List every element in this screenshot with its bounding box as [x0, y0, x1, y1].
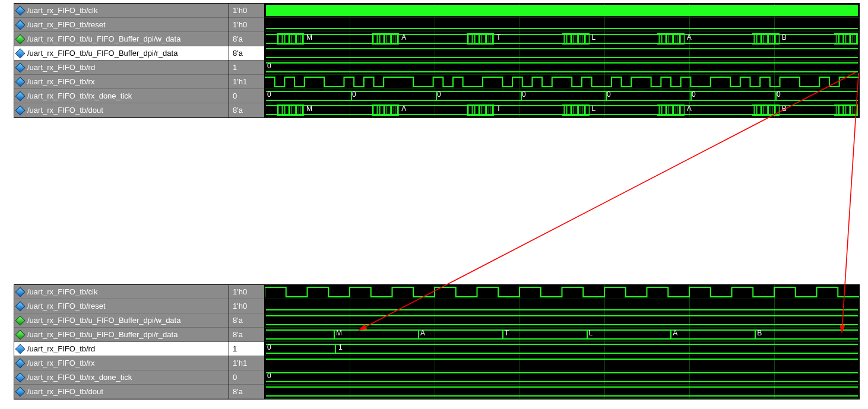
signal-icon	[15, 48, 26, 58]
signal-name-row[interactable]: /uart_rx_FIFO_tb/reset	[14, 299, 229, 313]
bus-char: B	[757, 329, 762, 337]
bus-char: T	[505, 329, 509, 337]
waveform-lane[interactable]	[265, 313, 859, 328]
signal-icon	[15, 77, 26, 87]
signal-name-row[interactable]: /uart_rx_FIFO_tb/u_FIFO_Buffer_dpi/r_dat…	[14, 328, 229, 342]
bus-value: 0	[267, 343, 271, 351]
signal-name-label: /uart_rx_FIFO_tb/dout	[27, 103, 103, 118]
waveform-lane[interactable]	[265, 356, 859, 370]
signal-value-cell[interactable]: 1'h0	[229, 18, 264, 32]
signal-name-row[interactable]: /uart_rx_FIFO_tb/rx_done_tick	[14, 370, 229, 385]
signal-icon	[15, 5, 26, 15]
signal-value-cell[interactable]: 8'a	[229, 313, 264, 328]
signal-value-cell[interactable]: 1'h1	[229, 356, 264, 370]
signal-icon	[15, 358, 26, 368]
bus-char: A	[420, 329, 425, 337]
bus-char: A	[401, 33, 406, 42]
bus-value: 0	[267, 372, 271, 380]
signal-name-label: /uart_rx_FIFO_tb/reset	[27, 18, 106, 32]
waveform-lane[interactable]	[265, 299, 859, 313]
signal-name-label: /uart_rx_FIFO_tb/u_FIFO_Buffer_dpi/r_dat…	[27, 46, 178, 61]
signal-name-row[interactable]: /uart_rx_FIFO_tb/u_FIFO_Buffer_dpi/w_dat…	[14, 32, 229, 46]
signal-icon	[15, 344, 26, 354]
bus-char: B	[782, 104, 787, 113]
signal-value-cell[interactable]: 0	[229, 370, 264, 385]
signal-icon	[15, 105, 26, 115]
signal-value-cell[interactable]: 8'a	[229, 385, 264, 399]
signal-value-cell[interactable]: 8'a	[229, 46, 264, 61]
waveform-lane[interactable]: MATLAB	[265, 103, 859, 118]
signal-value-cell[interactable]: 1'h1	[229, 75, 264, 89]
signal-name-label: /uart_rx_FIFO_tb/dout	[27, 385, 103, 399]
signal-name-row[interactable]: /uart_rx_FIFO_tb/reset	[14, 18, 229, 32]
waveform-lane[interactable]: MATLAB	[265, 328, 859, 342]
bus-char: M	[306, 104, 312, 113]
signal-name-row[interactable]: /uart_rx_FIFO_tb/dout	[14, 103, 229, 118]
signal-name-label: /uart_rx_FIFO_tb/reset	[27, 299, 106, 313]
signal-name-label: /uart_rx_FIFO_tb/u_FIFO_Buffer_dpi/w_dat…	[27, 32, 180, 46]
signal-icon	[15, 315, 26, 325]
waveform-lane[interactable]: MATLAB	[265, 32, 859, 46]
waveform-lane[interactable]: 0	[265, 370, 859, 385]
signal-value-cell[interactable]: 1'h0	[229, 4, 264, 18]
signal-icon	[15, 34, 26, 44]
signal-value-cell[interactable]: 1'h0	[229, 285, 264, 299]
signal-icon	[15, 372, 26, 382]
bus-char: L	[592, 33, 596, 42]
signal-name-row[interactable]: /uart_rx_FIFO_tb/rx	[14, 356, 229, 370]
signal-name-label: /uart_rx_FIFO_tb/clk	[27, 4, 97, 18]
waveform-lane[interactable]	[265, 285, 859, 299]
signal-name-row[interactable]: /uart_rx_FIFO_tb/rd	[14, 61, 229, 75]
waveform-lane[interactable]: 0	[265, 61, 859, 75]
signal-name-label: /uart_rx_FIFO_tb/rx	[27, 356, 94, 370]
bus-value: 1	[338, 343, 343, 351]
signal-value-cell[interactable]: 1	[229, 342, 264, 356]
signal-name-row[interactable]: /uart_rx_FIFO_tb/rx	[14, 75, 229, 89]
signal-value-cell[interactable]: 8'a	[229, 32, 264, 46]
signal-name-label: /uart_rx_FIFO_tb/rx_done_tick	[27, 370, 132, 385]
bus-char: T	[496, 104, 500, 113]
signal-icon	[15, 62, 26, 72]
signal-value-cell[interactable]: 8'a	[229, 328, 264, 342]
signal-icon	[15, 287, 26, 297]
signal-name-row[interactable]: /uart_rx_FIFO_tb/u_FIFO_Buffer_dpi/r_dat…	[14, 46, 229, 61]
waveform-lane[interactable]	[265, 18, 859, 32]
bus-char: M	[336, 329, 342, 337]
waveform-lane[interactable]: 0000000	[265, 89, 859, 103]
signal-icon	[15, 329, 26, 340]
signal-value-cell[interactable]: 1'h0	[229, 299, 264, 313]
signal-name-row[interactable]: /uart_rx_FIFO_tb/u_FIFO_Buffer_dpi/w_dat…	[14, 313, 229, 328]
signal-name-label: /uart_rx_FIFO_tb/u_FIFO_Buffer_dpi/r_dat…	[27, 328, 178, 342]
signal-value-cell[interactable]: 1	[229, 61, 264, 75]
bus-char: T	[496, 33, 500, 42]
signal-name-label: /uart_rx_FIFO_tb/rd	[27, 61, 95, 75]
signal-value-cell[interactable]: 8'a	[229, 103, 264, 118]
bus-value: 0	[267, 62, 271, 70]
signal-name-row[interactable]: /uart_rx_FIFO_tb/dout	[14, 385, 229, 399]
signal-name-label: /uart_rx_FIFO_tb/rd	[27, 342, 95, 356]
signal-name-row[interactable]: /uart_rx_FIFO_tb/clk	[14, 285, 229, 299]
signal-value-cell[interactable]: 0	[229, 89, 264, 103]
bus-char: M	[306, 33, 312, 42]
bus-char: A	[673, 329, 677, 337]
bus-char: L	[589, 329, 593, 337]
bus-value: 0	[267, 90, 271, 99]
bus-char: L	[592, 104, 596, 113]
waveform-lane[interactable]	[265, 385, 859, 399]
bus-char: A	[401, 104, 406, 113]
signal-name-label: /uart_rx_FIFO_tb/rx_done_tick	[27, 89, 132, 103]
signal-name-label: /uart_rx_FIFO_tb/rx	[27, 75, 94, 89]
signal-icon	[15, 20, 26, 30]
bus-char: B	[782, 33, 787, 42]
waveform-lane[interactable]	[265, 75, 859, 89]
waveform-lane[interactable]	[265, 4, 859, 18]
signal-name-row[interactable]: /uart_rx_FIFO_tb/rx_done_tick	[14, 89, 229, 103]
waveform-lane[interactable]	[265, 46, 859, 61]
bus-char: A	[687, 33, 692, 42]
bus-char: A	[687, 104, 692, 113]
signal-name-row[interactable]: /uart_rx_FIFO_tb/clk	[14, 4, 229, 18]
signal-icon	[15, 386, 26, 397]
waveform-lane[interactable]: 01	[265, 342, 859, 356]
signal-name-label: /uart_rx_FIFO_tb/clk	[27, 285, 97, 299]
signal-name-row[interactable]: /uart_rx_FIFO_tb/rd	[14, 342, 229, 356]
